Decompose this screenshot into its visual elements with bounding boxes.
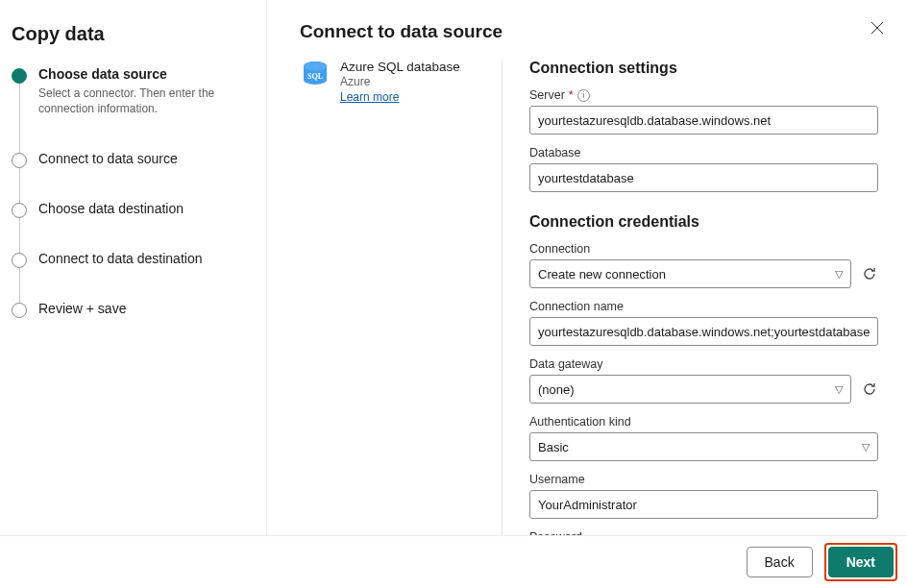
wizard-title: Copy data: [12, 23, 249, 45]
database-input[interactable]: [529, 163, 878, 192]
step-bullet-icon: [12, 303, 27, 318]
step-bullet-icon: [12, 203, 27, 218]
next-button[interactable]: Next: [828, 547, 894, 577]
chevron-down-icon: ▽: [835, 383, 843, 396]
password-label: Password: [529, 530, 878, 535]
connection-value: Create new connection: [538, 267, 666, 282]
section-connection-credentials: Connection credentials: [529, 213, 878, 231]
svg-point-1: [304, 61, 327, 71]
username-label: Username: [529, 473, 878, 486]
connection-name-label: Connection name: [529, 300, 878, 313]
page-title: Connect to data source: [300, 21, 503, 42]
step-connector: [19, 218, 20, 253]
gateway-value: (none): [538, 382, 575, 397]
step-connect-to-data-destination[interactable]: Connect to data destination: [12, 251, 249, 301]
step-bullet-icon: [12, 253, 27, 268]
close-icon[interactable]: [870, 17, 884, 42]
connection-form: Connection settings Server * i Database …: [529, 60, 884, 535]
svg-text:SQL: SQL: [307, 72, 323, 81]
step-desc: Select a connector. Then enter the conne…: [38, 86, 240, 116]
step-connector: [19, 84, 20, 153]
step-title: Choose data destination: [38, 201, 249, 216]
gateway-label: Data gateway: [529, 357, 878, 371]
step-choose-data-destination[interactable]: Choose data destination: [12, 201, 249, 251]
section-connection-settings: Connection settings: [529, 60, 878, 77]
source-provider: Azure: [340, 75, 460, 88]
auth-kind-label: Authentication kind: [529, 415, 878, 429]
step-title: Connect to data destination: [38, 251, 249, 266]
step-connector: [19, 268, 20, 303]
wizard-steps: Choose data source Select a connector. T…: [12, 66, 249, 331]
auth-kind-value: Basic: [538, 440, 569, 454]
main-panel: Connect to data source SQL: [267, 0, 907, 535]
back-button[interactable]: Back: [747, 547, 813, 577]
chevron-down-icon: ▽: [862, 441, 870, 453]
step-title: Choose data source: [38, 66, 249, 82]
wizard-footer: Back Next: [0, 535, 907, 588]
wizard-sidebar: Copy data Choose data source Select a co…: [0, 0, 267, 535]
step-review-save[interactable]: Review + save: [12, 301, 249, 331]
source-name: Azure SQL database: [340, 60, 460, 74]
required-indicator: *: [569, 88, 574, 102]
step-choose-data-source[interactable]: Choose data source Select a connector. T…: [12, 66, 249, 151]
gateway-select[interactable]: (none) ▽: [529, 375, 851, 404]
connection-label: Connection: [529, 242, 878, 256]
divider: [502, 60, 503, 535]
connection-select[interactable]: Create new connection ▽: [529, 259, 851, 288]
step-title: Review + save: [38, 301, 249, 316]
next-button-highlight: Next: [824, 543, 897, 581]
database-label: Database: [529, 146, 878, 159]
step-title: Connect to data source: [38, 151, 249, 166]
info-icon[interactable]: i: [577, 89, 590, 102]
azure-sql-icon: SQL: [300, 60, 331, 90]
server-label: Server * i: [529, 88, 878, 102]
step-connect-to-data-source[interactable]: Connect to data source: [12, 151, 249, 201]
refresh-icon[interactable]: [861, 380, 878, 398]
refresh-icon[interactable]: [861, 265, 878, 282]
chevron-down-icon: ▽: [835, 268, 843, 281]
server-input[interactable]: [529, 106, 878, 135]
learn-more-link[interactable]: Learn more: [340, 90, 399, 104]
step-bullet-icon: [12, 153, 27, 168]
username-input[interactable]: [529, 490, 878, 519]
step-bullet-icon: [12, 68, 27, 84]
auth-kind-select[interactable]: Basic ▽: [529, 432, 878, 461]
connection-name-input[interactable]: [529, 317, 878, 346]
step-connector: [19, 168, 20, 203]
source-summary: SQL Azure SQL database Azure Learn more: [300, 60, 480, 535]
